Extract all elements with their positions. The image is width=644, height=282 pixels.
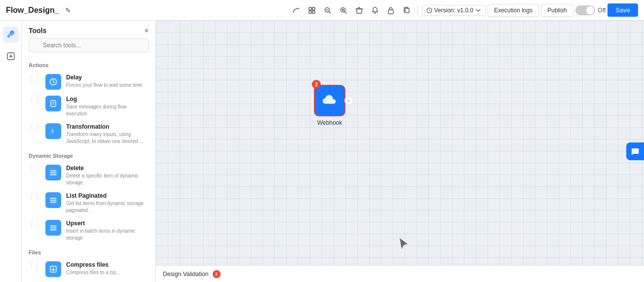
zoom-out-button[interactable] — [321, 4, 335, 16]
copy-button[interactable] — [400, 4, 414, 16]
list-item[interactable]: ⋮⋮ λ Transformation Transform many input… — [22, 120, 155, 148]
list-paginated-icon — [45, 192, 61, 208]
tools-search-area — [22, 38, 155, 57]
list-paginated-name: List Paginated — [66, 192, 149, 199]
upsert-name: Upsert — [66, 220, 149, 227]
delay-icon — [45, 74, 61, 90]
webhook-node[interactable]: 2 › Webhook — [314, 85, 345, 126]
list-item[interactable]: ⋮⋮ Compress files Compress files to a zi… — [22, 258, 155, 280]
transformation-name: Transformation — [66, 123, 149, 130]
svg-text:λ: λ — [51, 128, 54, 135]
log-icon — [45, 96, 61, 111]
webhook-label: Webhook — [317, 119, 342, 126]
version-selector[interactable]: Version: v1.0.0 — [422, 5, 486, 16]
svg-rect-13 — [405, 8, 409, 13]
webhook-arrow-button[interactable]: › — [344, 96, 353, 105]
svg-rect-0 — [309, 7, 311, 10]
svg-rect-29 — [50, 174, 57, 176]
svg-rect-1 — [312, 7, 315, 10]
svg-line-8 — [344, 11, 346, 13]
log-info: Log Save messages during flow execution — [66, 96, 149, 117]
dynamic-storage-section-title: Dynamic Storage — [22, 148, 155, 162]
toolbar-divider — [417, 5, 418, 15]
publish-button[interactable]: Publish — [541, 4, 573, 17]
svg-rect-32 — [50, 202, 57, 203]
list-item[interactable]: ⋮⋮ Delete Delete a specific item of dyna… — [22, 162, 155, 189]
grid-tool-button[interactable] — [305, 4, 319, 16]
compress-files-name: Compress files — [66, 261, 149, 268]
list-item[interactable]: ⋮⋮ Log Save messages during flow executi… — [22, 93, 155, 120]
svg-line-5 — [329, 11, 331, 13]
files-section-title: Files — [22, 245, 155, 258]
design-validation-label: Design Validation — [163, 271, 209, 278]
delay-info: Delay Forces your flow to wait some time… — [66, 74, 149, 89]
left-sidebar — [0, 21, 22, 282]
page-title: Flow_Design_ — [6, 6, 59, 15]
search-wrapper — [29, 38, 149, 52]
transformation-info: Transformation Transform many inputs, us… — [66, 123, 149, 145]
bottom-bar: Design Validation 2 — [156, 265, 644, 282]
delete-button[interactable] — [352, 4, 366, 16]
list-paginated-info: List Paginated Get list items from dynam… — [66, 192, 149, 214]
header: Flow_Design_ ✎ Version: v1.0.0 — [0, 0, 644, 21]
tools-close-button[interactable]: × — [145, 27, 149, 35]
svg-line-22 — [53, 82, 55, 83]
drag-handle-icon: ⋮⋮ — [29, 193, 40, 200]
drag-handle-icon: ⋮⋮ — [29, 124, 40, 131]
drag-handle-icon: ⋮⋮ — [29, 262, 40, 269]
zoom-in-button[interactable] — [337, 4, 350, 16]
delay-desc: Forces your flow to wait some time. — [66, 82, 149, 89]
delete-info: Delete Delete a specific item of dynamic… — [66, 165, 149, 186]
execution-logs-button[interactable]: Execution logs — [488, 4, 539, 17]
svg-rect-11 — [357, 9, 362, 13]
tools-panel: Tools × Actions ⋮⋮ Delay Forces yo — [22, 21, 156, 282]
lock-button[interactable] — [384, 4, 398, 16]
toggle-container: Off — [575, 5, 606, 15]
cursor-indicator — [398, 237, 410, 252]
chat-button[interactable] — [626, 142, 644, 160]
upsert-info: Upsert Insert in batch items in dynamic … — [66, 220, 149, 242]
svg-rect-35 — [50, 229, 57, 231]
transformation-desc: Transform many inputs, using JavaScript,… — [66, 131, 149, 145]
toolbar: Version: v1.0.0 Execution logs Publish O… — [289, 3, 638, 17]
transformation-icon: λ — [45, 123, 61, 139]
drag-handle-icon: ⋮⋮ — [29, 97, 40, 104]
compress-files-info: Compress files Compress files to a zip..… — [66, 261, 149, 276]
canvas-area[interactable]: 2 › Webhook Design Validation 2 — [156, 21, 644, 282]
svg-rect-28 — [50, 172, 57, 174]
tools-header: Tools × — [22, 21, 155, 38]
flow-toggle[interactable] — [575, 5, 595, 15]
add-sidebar-button[interactable] — [3, 48, 19, 64]
tools-title: Tools — [29, 27, 46, 35]
webhook-card[interactable]: › — [314, 85, 345, 116]
delete-tool-icon — [45, 165, 61, 180]
curve-tool-button[interactable] — [289, 4, 303, 16]
list-item[interactable]: ⋮⋮ Delay Forces your flow to wait some t… — [22, 71, 155, 93]
compress-files-icon — [45, 261, 61, 277]
bell-button[interactable] — [368, 4, 382, 16]
drag-handle-icon: ⋮⋮ — [29, 166, 40, 173]
tools-content: Actions ⋮⋮ Delay Forces your flow to wai… — [22, 57, 155, 282]
svg-rect-2 — [309, 11, 311, 13]
toggle-label: Off — [598, 7, 606, 14]
save-button[interactable]: Save — [607, 3, 638, 17]
webhook-error-badge: 2 — [312, 80, 321, 89]
list-item[interactable]: ⋮⋮ Upsert Insert in batch items in dynam… — [22, 217, 155, 245]
upsert-icon — [45, 220, 61, 236]
svg-rect-31 — [50, 200, 57, 201]
actions-section-title: Actions — [22, 57, 155, 71]
svg-rect-12 — [388, 10, 393, 14]
svg-rect-33 — [50, 225, 57, 227]
svg-rect-3 — [312, 11, 315, 13]
tools-sidebar-button[interactable] — [3, 27, 19, 42]
svg-rect-27 — [50, 170, 57, 172]
log-desc: Save messages during flow execution — [66, 104, 149, 117]
upsert-desc: Insert in batch items in dynamic storage… — [66, 228, 149, 242]
list-item[interactable]: ⋮⋮ List Paginated Get list items from dy… — [22, 189, 155, 217]
delete-desc: Delete a specific item of dynamic storag… — [66, 173, 149, 186]
search-input[interactable] — [29, 38, 149, 52]
svg-rect-30 — [50, 198, 57, 199]
svg-rect-34 — [50, 227, 57, 229]
log-name: Log — [66, 96, 149, 103]
edit-title-icon[interactable]: ✎ — [65, 6, 71, 14]
